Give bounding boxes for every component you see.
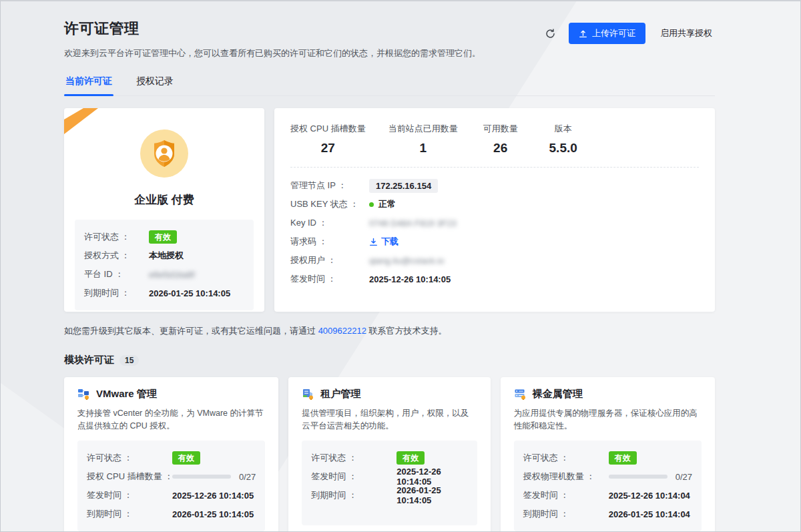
row-value: 本地授权 [149,250,184,262]
progress-bar [172,475,231,479]
module-card-title: 裸金属管理 [533,388,583,401]
detail-row: 到期时间 ：2026-01-25 10:14:04 [523,505,692,523]
stat-item: 可用数量26 [481,123,521,156]
row-value: 有效 [609,451,637,465]
value-text: 2026-01-25 10:14:05 [396,485,467,505]
row-label: Key ID ： [290,217,369,229]
dashed-divider [290,167,699,168]
tab-当前许可证[interactable]: 当前许可证 [64,73,113,95]
status-text: 正常 [378,198,396,210]
tab-授权记录[interactable]: 授权记录 [135,73,175,95]
row-label: 到期时间 ： [87,508,172,520]
upload-icon [579,29,587,38]
value-tag: 172.25.16.154 [369,179,438,193]
progress-text: 0/27 [676,472,692,482]
detail-row: USB KEY 状态 ：正常 [290,195,699,214]
detail-row: 管理节点 IP ：172.25.16.154 [290,176,699,195]
enterprise-badge-icon [140,129,188,178]
detail-row: 签发时间 ：2025-12-26 10:14:04 [523,486,692,505]
status-badge: 有效 [149,230,177,244]
module-card-header: 裸金属管理 [514,388,702,401]
stat-value: 26 [481,141,521,156]
detail-row: 许可状态 ：有效 [84,228,244,246]
row-value: 2025-12-26 10:14:05 [172,491,254,501]
status-badge: 有效 [396,451,425,465]
module-card-tenant: 租户管理 提供管理项目，组织架构，用户，权限，以及云平台运营相关的功能。 许可状… [288,377,490,532]
support-notice: 如您需升级到其它版本、更新许可证，或有其它运维问题，请通过 4009622212… [64,325,715,337]
module-card-description: 为应用提供专属的物理服务器，保证核心应用的高性能和稳定性。 [514,407,702,434]
module-card-vmware: VMware 管理 支持接管 vCenter 的全功能，为 VMware 的计算… [64,377,278,532]
detail-row: 平台 ID ：e6e5d1ba8f [84,265,244,284]
row-value: e6e5d1ba8f [149,270,195,280]
stat-label: 版本 [543,123,583,135]
vmware-manage-icon [77,388,90,401]
tab-bar: 当前许可证授权记录 [64,73,715,96]
row-label: 到期时间 ： [84,287,149,299]
download-link[interactable]: 下载 [369,236,398,248]
detail-row: 签发时间 ：2025-12-26 10:14:05 [311,467,467,486]
row-value: qiang.liu@cstack.io [369,256,444,266]
refresh-icon [545,28,556,39]
row-value: 2026-01-25 10:14:05 [396,485,467,505]
value-text: 2026-01-25 10:14:05 [149,288,230,298]
upload-license-button[interactable]: 上传许可证 [569,23,645,44]
module-card-description: 支持接管 vCenter 的全功能，为 VMware 的计算节点提供独立的 CP… [77,407,265,434]
detail-row: 许可状态 ：有效 [523,449,692,467]
row-value: 2026-01-25 10:14:04 [609,509,690,519]
license-summary-box: 许可状态 ：有效授权方式 ：本地授权平台 ID ：e6e5d1ba8f到期时间 … [75,220,254,310]
detail-row: 到期时间 ：2026-01-25 10:14:05 [311,486,467,505]
refresh-button[interactable] [543,27,557,40]
value-text: 2026-01-25 10:14:05 [172,509,254,519]
module-card-details: 许可状态 ：有效签发时间 ：2025-12-26 10:14:05到期时间 ：2… [302,441,477,525]
baremetal-manage-icon [514,388,527,401]
enable-shared-auth-button[interactable]: 启用共享授权 [657,23,715,44]
module-card-details: 许可状态 ：有效授权 CPU 插槽数量 ：0/27签发时间 ：2025-12-2… [77,441,265,531]
row-value: 2026-01-25 10:14:05 [172,509,254,519]
stat-item: 版本5.5.0 [543,123,583,156]
page-subtitle: 欢迎来到云平台许可证管理中心，您可以查看所有已购买的许可证和它们的状态，并根据您… [64,47,481,59]
detail-row: 授权 CPU 插槽数量 ：0/27 [87,467,256,486]
tenant-manage-icon [302,388,314,401]
row-label: 授权物理机数量 ： [523,471,609,483]
row-label: USB KEY 状态 ： [290,198,369,210]
edition-label: 企业版 付费 [64,192,264,208]
module-card-title: VMware 管理 [96,388,157,401]
value-text: 2026-01-25 10:14:04 [609,509,690,519]
license-page: 许可证管理 欢迎来到云平台许可证管理中心，您可以查看所有已购买的许可证和它们的状… [64,1,715,532]
row-value: 2025-12-26 10:14:05 [369,274,451,284]
detail-row: 签发时间 ：2025-12-26 10:14:05 [290,270,699,288]
detail-row: 许可状态 ：有效 [311,449,467,467]
row-value: 下载 [369,236,398,248]
module-card-description: 提供管理项目，组织架构，用户，权限，以及云平台运营相关的功能。 [302,407,477,434]
row-value: 0746 D48A F819 3F23 [369,218,457,228]
module-card-details: 许可状态 ：有效授权物理机数量 ：0/27签发时间 ：2025-12-26 10… [514,441,702,531]
row-value: 有效 [172,451,200,465]
row-value: 2025-12-26 10:14:04 [609,491,690,501]
value-text: 2025-12-26 10:14:05 [369,274,451,284]
row-label: 管理节点 IP ： [290,180,369,192]
detail-row: 到期时间 ：2026-01-25 10:14:05 [84,284,244,302]
row-label: 许可状态 ： [523,452,609,464]
row-value: 2025-12-26 10:14:05 [396,467,467,487]
row-label: 授权 CPU 插槽数量 ： [87,471,172,483]
module-card-title: 租户管理 [320,388,360,401]
stat-item: 授权 CPU 插槽数量27 [290,123,366,156]
detail-row: 授权物理机数量 ：0/27 [523,467,692,486]
row-value: 有效 [396,451,425,465]
header-actions: 上传许可证 启用共享授权 [543,23,715,44]
stat-value: 5.5.0 [543,141,583,156]
upload-license-label: 上传许可证 [592,27,635,39]
license-edition-card: 企业版 付费 许可状态 ：有效授权方式 ：本地授权平台 ID ：e6e5d1ba… [64,108,264,312]
value-text: 2025-12-26 10:14:05 [396,467,467,487]
module-card-header: VMware 管理 [77,388,265,401]
license-detail-rows: 管理节点 IP ：172.25.16.154USB KEY 状态 ：正常Key … [290,176,699,288]
row-value: 0/27 [172,472,256,482]
detail-row: Key ID ：0746 D48A F819 3F23 [290,214,699,232]
row-value: 0/27 [609,472,692,482]
license-detail-card: 授权 CPU 插槽数量27当前站点已用数量1可用数量26版本5.5.0 管理节点… [274,108,715,312]
module-section-title: 模块许可证 [64,354,114,366]
row-value: 172.25.16.154 [369,179,438,193]
download-icon [369,238,378,246]
support-phone-link[interactable]: 4009622212 [318,326,366,336]
detail-row: 签发时间 ：2025-12-26 10:14:05 [87,486,256,505]
